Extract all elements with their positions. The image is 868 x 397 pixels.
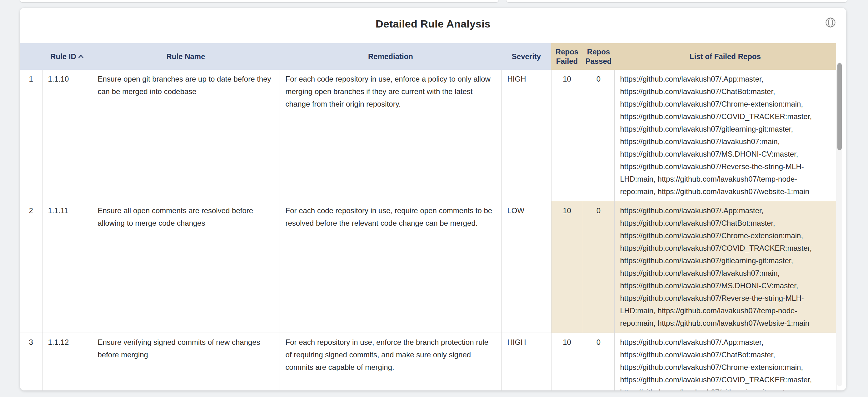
rule-name-cell: Ensure all open comments are resolved be… [92,201,280,333]
failed-repos-cell: https://github.com/lavakush07/.App:maste… [614,333,836,391]
severity-cell: HIGH [501,333,551,391]
scrollbar-thumb[interactable] [837,63,842,150]
repos-failed-cell: 10 [551,333,583,391]
repos-failed-cell: 10 [551,201,583,333]
repos-passed-cell: 0 [583,333,614,391]
globe-icon [825,17,836,29]
column-label: Repos Failed [556,48,578,65]
column-label: Rule Name [166,52,205,61]
column-header-failed-repos-list[interactable]: List of Failed Repos [614,43,836,70]
row-number-cell: 1 [20,70,42,201]
column-header-repos-failed[interactable]: Repos Failed [551,43,583,70]
column-header-severity[interactable]: Severity [501,43,551,70]
table-header-row: Rule ID Rule Name Remediation Severity R… [20,43,836,70]
top-card-left [20,0,498,2]
page-title: Detailed Rule Analysis [20,18,846,30]
table-row: 1 1.1.10 Ensure open git branches are up… [20,70,836,201]
vertical-scrollbar[interactable] [837,63,842,386]
sort-ascending-icon [78,52,84,60]
column-header-rule-id[interactable]: Rule ID [42,43,92,70]
row-number-header [20,43,42,70]
table-row: 3 1.1.12 Ensure verifying signed commits… [20,333,836,391]
rule-analysis-card: Detailed Rule Analysis [20,8,846,391]
column-header-remediation[interactable]: Remediation [280,43,501,70]
table-row: 2 1.1.11 Ensure all open comments are re… [20,201,836,333]
column-label: Severity [512,52,541,61]
repos-passed-cell: 0 [583,201,614,333]
remediation-cell: For each code repository in use, enforce… [280,70,501,201]
table-body: 1 1.1.10 Ensure open git branches are up… [20,70,836,391]
rule-table: Rule ID Rule Name Remediation Severity R… [20,43,836,391]
column-label: Remediation [368,52,413,61]
remediation-cell: For each repository in use, enforce the … [280,333,501,391]
row-number-cell: 3 [20,333,42,391]
column-label: Rule ID [50,52,76,61]
rule-id-cell: 1.1.10 [42,70,92,201]
column-header-rule-name[interactable]: Rule Name [92,43,280,70]
page: Detailed Rule Analysis [0,0,868,397]
column-header-repos-passed[interactable]: Repos Passed [583,43,614,70]
rule-id-cell: 1.1.11 [42,201,92,333]
language-globe-button[interactable] [824,16,837,30]
failed-repos-cell: https://github.com/lavakush07/.App:maste… [614,201,836,333]
failed-repos-cell: https://github.com/lavakush07/.App:maste… [614,70,836,201]
column-label: List of Failed Repos [690,52,761,61]
severity-cell: HIGH [501,70,551,201]
top-card-right [506,0,847,2]
severity-cell: LOW [501,201,551,333]
row-number-cell: 2 [20,201,42,333]
repos-passed-cell: 0 [583,70,614,201]
column-label: Repos Passed [585,48,612,65]
rule-name-cell: Ensure open git branches are up to date … [92,70,280,201]
repos-failed-cell: 10 [551,70,583,201]
rule-name-cell: Ensure verifying signed commits of new c… [92,333,280,391]
remediation-cell: For each code repository in use, require… [280,201,501,333]
rule-id-cell: 1.1.12 [42,333,92,391]
